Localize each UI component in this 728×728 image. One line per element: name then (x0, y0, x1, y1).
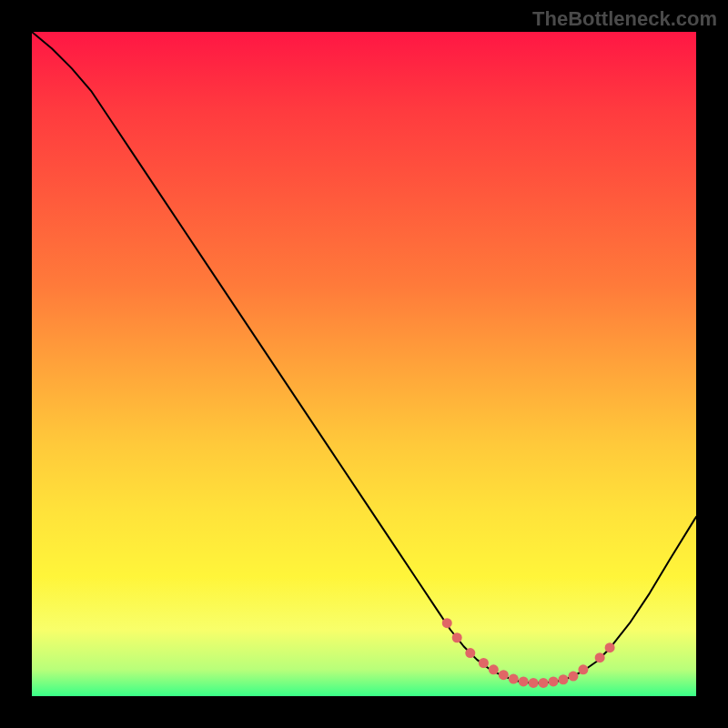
chart-gradient-bg (32, 32, 696, 696)
chart-highlight-dot (559, 674, 569, 684)
chart-highlight-dot (489, 664, 499, 674)
chart-highlight-dot (568, 672, 578, 682)
chart-highlight-dot (479, 658, 489, 668)
chart-highlight-dot (539, 678, 549, 688)
watermark-label: TheBottleneck.com (532, 7, 717, 31)
chart-highlight-dot (529, 678, 539, 688)
chart-highlight-dot (549, 676, 559, 686)
chart-highlight-dot (499, 670, 509, 680)
chart-highlight-dot (605, 642, 615, 652)
chart-highlight-dot (595, 652, 605, 662)
chart-highlight-dot (509, 674, 519, 684)
chart-container: TheBottleneck.com (0, 0, 728, 728)
chart-highlight-dot (519, 676, 529, 686)
chart-highlight-dot (442, 618, 452, 628)
chart-highlight-dot (465, 648, 475, 658)
chart-highlight-dot (578, 664, 588, 674)
chart-highlight-dot (452, 632, 462, 642)
chart-svg (0, 0, 728, 728)
